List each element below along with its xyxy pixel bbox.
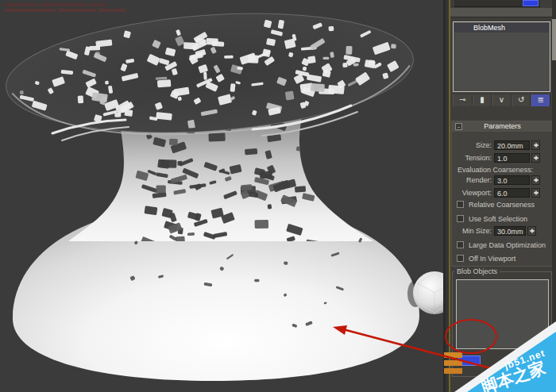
modifier-stack-list[interactable]: BlobMesh: [453, 21, 550, 92]
viewport-spinner[interactable]: [531, 188, 540, 198]
min-size-label: Min Size:: [452, 227, 492, 235]
viewport-label: Viewport:: [452, 189, 492, 197]
tension-field[interactable]: 1.0: [494, 153, 530, 163]
render-spinner[interactable]: [531, 175, 540, 185]
param-row-size: Size: 20.0mm: [452, 140, 553, 151]
panel-divider-band: [450, 8, 556, 17]
show-end-result-icon: ▮: [480, 95, 485, 104]
min-size-spinner[interactable]: [527, 226, 536, 236]
stack-toolbar: ⊸ ▮ ∨ ↺ ≣: [453, 94, 550, 106]
render-field[interactable]: 3.0: [494, 175, 530, 185]
param-row-viewport: Viewport: 6.0: [452, 188, 553, 198]
parameters-title: Parameters: [484, 122, 521, 130]
relative-coarseness-label: Relative Coarseness: [469, 201, 535, 209]
large-data-optimization-checkbox[interactable]: [457, 241, 464, 248]
off-in-viewport-checkbox[interactable]: [457, 255, 464, 262]
viewport-canvas: [0, 0, 450, 392]
off-in-viewport-label: Off In Viewport: [469, 255, 515, 263]
parameters-rollout-header[interactable]: - Parameters: [452, 121, 553, 132]
configure-modifier-sets-icon: ≣: [537, 95, 543, 104]
parameters-rollout: - Parameters Size: 20.0mm Tension: 1.0 E…: [451, 121, 554, 267]
tension-spinner[interactable]: [531, 153, 540, 163]
pin-stack-button[interactable]: ⊸: [453, 94, 473, 106]
min-size-field[interactable]: 30.0mm: [494, 226, 526, 236]
blob-objects-add-button[interactable]: [458, 355, 481, 366]
make-unique-button[interactable]: ∨: [492, 94, 512, 106]
size-label: Size:: [452, 141, 492, 149]
size-spinner[interactable]: [531, 140, 540, 150]
remove-modifier-icon: ↺: [518, 95, 524, 104]
pin-stack-icon: ⊸: [459, 95, 465, 104]
render-label: Render:: [452, 176, 492, 184]
param-row-tension: Tension: 1.0: [452, 153, 553, 163]
make-unique-icon: ∨: [499, 95, 504, 104]
use-soft-selection-checkbox[interactable]: [457, 215, 464, 222]
viewport[interactable]: [0, 0, 450, 392]
large-data-optimization-label: Large Data Optimization: [469, 241, 546, 249]
modifier-list-dropdown[interactable]: [454, 0, 540, 7]
relative-coarseness-checkbox[interactable]: [457, 201, 464, 208]
stack-item-blobmesh[interactable]: BlobMesh: [454, 23, 549, 33]
show-end-result-button[interactable]: ▮: [473, 94, 492, 106]
evaluation-coarseness-label: Evaluation Coarseness:: [452, 166, 533, 174]
application-window: BlobMesh ⊸ ▮ ∨ ↺ ≣ - Parameters Size: 20…: [0, 0, 556, 392]
blob-objects-label: Blob Objects: [454, 267, 500, 275]
configure-modifier-sets-button[interactable]: ≣: [531, 94, 550, 106]
viewport-field[interactable]: 6.0: [494, 188, 530, 198]
use-soft-selection-label: Use Soft Selection: [469, 215, 527, 223]
param-row-min-size: Min Size: 30.0mm: [452, 226, 553, 236]
param-row-render: Render: 3.0: [452, 175, 553, 186]
dropdown-button[interactable]: [523, 0, 539, 6]
remove-modifier-button[interactable]: ↺: [512, 94, 531, 106]
size-field[interactable]: 20.0mm: [494, 140, 530, 150]
collapse-icon[interactable]: -: [455, 123, 462, 130]
panel-scrollbar-thumb[interactable]: [552, 19, 556, 60]
tension-label: Tension:: [452, 154, 492, 162]
